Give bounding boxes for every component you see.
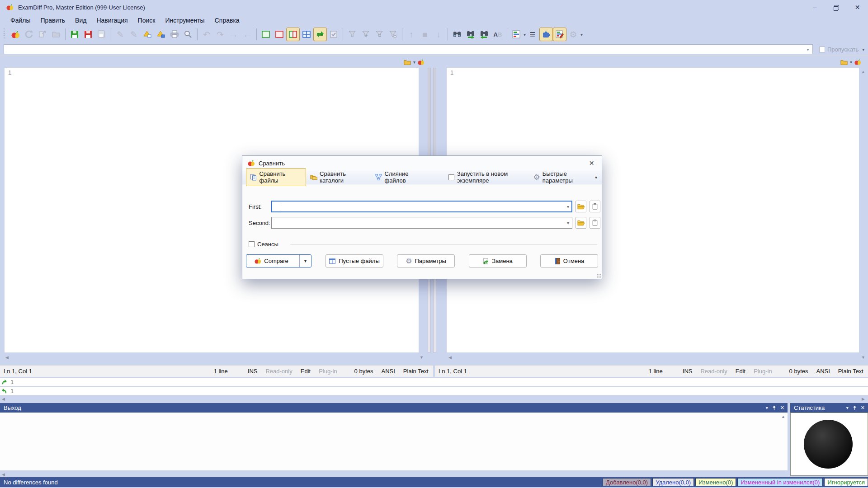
scroll-right-icon[interactable]: ▶: [862, 397, 865, 401]
app-logo-icon[interactable]: [418, 59, 425, 66]
cancel-button[interactable]: Отмена: [540, 254, 598, 267]
menu-navigation[interactable]: Навигация: [91, 15, 132, 26]
filter-1-button[interactable]: [345, 28, 359, 41]
merge-row[interactable]: 1: [0, 378, 868, 386]
combo-dropdown-icon[interactable]: ▾: [803, 47, 812, 52]
find-next-button[interactable]: [464, 28, 477, 41]
dialog-resize-grip[interactable]: [596, 273, 601, 278]
path-combobox[interactable]: ▾: [4, 44, 813, 54]
edit-report-button[interactable]: [553, 28, 566, 41]
folder-icon[interactable]: [404, 59, 411, 66]
menu-help[interactable]: Справка: [210, 15, 245, 26]
menu-tools[interactable]: Инструменты: [160, 15, 209, 26]
move-up-button[interactable]: ↑: [405, 28, 418, 41]
skip-checkbox[interactable]: [819, 47, 825, 52]
move-down-button[interactable]: ↓: [432, 28, 445, 41]
tab-merge-files[interactable]: Слияние файлов: [371, 168, 431, 186]
print-button[interactable]: [168, 28, 181, 41]
chevron-down-icon[interactable]: ▾: [413, 60, 415, 65]
menu-files[interactable]: Файлы: [5, 15, 35, 26]
swap-files-button[interactable]: [36, 28, 49, 41]
scroll-left-icon[interactable]: ◀: [5, 355, 9, 360]
match-case-button[interactable]: AB: [491, 28, 505, 41]
second-properties-button[interactable]: [154, 28, 168, 41]
menu-view[interactable]: Вид: [70, 15, 91, 26]
redo-button[interactable]: ↷: [213, 28, 227, 41]
show-second-pane-button[interactable]: [273, 28, 286, 41]
synchronize-scrolling-button[interactable]: [313, 28, 327, 41]
scroll-left-icon[interactable]: ◀: [2, 397, 5, 401]
find-previous-button[interactable]: [477, 28, 491, 41]
dialog-close-button[interactable]: ✕: [581, 156, 602, 170]
merge-row[interactable]: 1: [0, 387, 868, 395]
line-inspector-button[interactable]: ≡: [526, 28, 539, 41]
previous-difference-button[interactable]: ←: [241, 28, 254, 41]
merge-scrollbar[interactable]: ◀ ▶: [0, 395, 868, 402]
show-grid-button[interactable]: [300, 28, 313, 41]
filter-4-button[interactable]: [386, 28, 400, 41]
new-instance-checkbox-group[interactable]: Запустить в новом экземпляре: [448, 170, 533, 184]
save-second-button[interactable]: [81, 28, 95, 41]
scroll-up-icon[interactable]: ▲: [781, 414, 785, 419]
restore-button[interactable]: [826, 0, 847, 14]
paste-first-button[interactable]: [590, 201, 600, 212]
save-first-button[interactable]: [68, 28, 81, 41]
combo-dropdown-icon[interactable]: ▾: [567, 204, 569, 209]
skip-checkbox-group[interactable]: Пропускать ▾: [819, 46, 864, 53]
skip-dropdown-icon[interactable]: ▾: [862, 47, 864, 52]
folder-icon[interactable]: [840, 59, 848, 66]
open-folder-button[interactable]: [49, 28, 63, 41]
find-button[interactable]: [450, 28, 464, 41]
edit-first-button[interactable]: ✎: [113, 28, 127, 41]
second-file-input[interactable]: [271, 217, 572, 229]
first-file-input[interactable]: [271, 201, 572, 212]
compare-dropdown-button[interactable]: ▾: [299, 255, 311, 267]
close-icon[interactable]: ✕: [861, 405, 865, 411]
browse-first-button[interactable]: [576, 201, 586, 212]
swap-button[interactable]: Замена: [469, 254, 527, 267]
show-first-pane-button[interactable]: [259, 28, 273, 41]
undo-button[interactable]: ↶: [200, 28, 213, 41]
filter-2-button[interactable]: [359, 28, 373, 41]
tab-compare-directories[interactable]: Сравнить каталоги: [306, 168, 371, 186]
menu-search[interactable]: Поиск: [133, 15, 160, 26]
close-button[interactable]: ✕: [847, 0, 868, 14]
browse-second-button[interactable]: [576, 217, 586, 229]
options-button[interactable]: ⚙: [566, 28, 580, 41]
scroll-left-icon[interactable]: ◀: [448, 355, 452, 360]
compare-button[interactable]: Compare ▾: [246, 254, 311, 267]
options-dialog-button[interactable]: ⚙ Параметры: [397, 254, 455, 267]
combo-dropdown-icon[interactable]: ▾: [567, 221, 569, 225]
print-preview-button[interactable]: [181, 28, 195, 41]
sessions-checkbox-group[interactable]: Сеансы: [249, 241, 278, 248]
save-both-button[interactable]: [95, 28, 108, 41]
show-split-panes-button[interactable]: [286, 28, 300, 41]
scroll-left-icon[interactable]: ◀: [2, 472, 5, 477]
pin-icon[interactable]: [772, 405, 776, 410]
menu-edit[interactable]: Править: [35, 15, 70, 26]
path-input[interactable]: [4, 45, 803, 54]
sessions-checkbox[interactable]: [249, 241, 255, 247]
paste-second-button[interactable]: [590, 217, 600, 229]
chevron-down-icon[interactable]: ▾: [850, 60, 852, 65]
first-properties-button[interactable]: [141, 28, 154, 41]
tab-compare-files[interactable]: Сравнить файлы: [246, 168, 306, 186]
current-difference-button[interactable]: ■: [418, 28, 432, 41]
empty-files-button[interactable]: Пустые файлы: [326, 254, 383, 267]
scroll-down-icon[interactable]: ▼: [861, 355, 865, 360]
report-button[interactable]: [509, 28, 523, 41]
recompare-button[interactable]: [22, 28, 36, 41]
scroll-up-icon[interactable]: ▲: [861, 70, 865, 74]
new-instance-checkbox[interactable]: [448, 174, 454, 180]
close-icon[interactable]: ✕: [780, 405, 784, 411]
toggle-check-button[interactable]: [327, 28, 340, 41]
pin-icon[interactable]: [853, 405, 857, 410]
panel-menu-icon[interactable]: ▾: [766, 405, 768, 410]
quick-options-button[interactable]: ⚙ Быстрые параметры ▾: [533, 170, 597, 184]
toolbar-grip[interactable]: [4, 28, 6, 40]
options-dropdown-icon[interactable]: ▾: [580, 32, 583, 37]
plugins-button[interactable]: [539, 28, 553, 41]
app-logo-icon[interactable]: [854, 59, 861, 66]
minimize-button[interactable]: –: [804, 0, 826, 14]
filter-3-button[interactable]: [373, 28, 386, 41]
